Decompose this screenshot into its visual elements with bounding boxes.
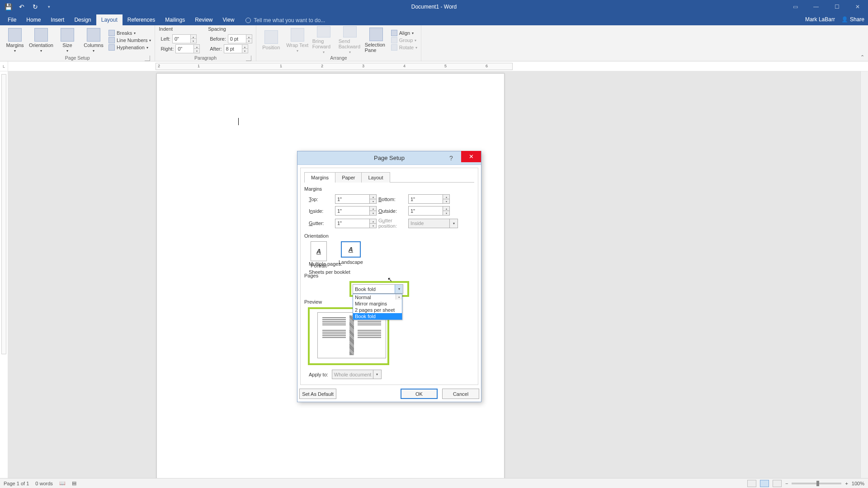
multiple-pages-highlight: Book fold ▾ ▴ Normal Mirror margins 2 pa… (349, 281, 409, 297)
user-name[interactable]: Mark LaBarr (805, 16, 835, 23)
undo-icon[interactable]: ↶ (18, 3, 25, 10)
option-2-pages-per-sheet[interactable]: 2 pages per sheet (353, 307, 402, 313)
indent-right[interactable]: Right:0"▴▾ (159, 44, 200, 53)
tab-view[interactable]: View (218, 14, 240, 25)
tab-review[interactable]: Review (190, 14, 217, 25)
collapse-ribbon-icon[interactable]: ⌃ (860, 54, 864, 60)
columns-button[interactable]: Columns▾ (82, 26, 105, 54)
option-normal[interactable]: Normal (353, 294, 402, 300)
dialog-tabs: Margins Paper Layout (304, 172, 474, 183)
tell-me-search[interactable]: Tell me what you want to do... (243, 17, 328, 25)
vertical-scrollbar[interactable] (860, 71, 868, 478)
dropdown-scroll-up-icon[interactable]: ▴ (396, 294, 402, 300)
send-backward-button: Send Backward▾ (339, 26, 361, 54)
tab-home[interactable]: Home (21, 14, 46, 25)
zoom-out-icon[interactable]: − (785, 481, 788, 486)
share-button[interactable]: 👤 Share (841, 16, 864, 23)
paragraph-launcher-icon[interactable] (246, 56, 251, 61)
dialog-tab-layout[interactable]: Layout (361, 172, 390, 183)
ribbon-tabs: File Home Insert Design Layout Reference… (0, 14, 868, 25)
dialog-tab-margins[interactable]: Margins (304, 172, 335, 183)
landscape-icon: A (349, 246, 353, 253)
margins-button[interactable]: Margins▾ (4, 26, 26, 54)
align-button[interactable]: Align▾ (391, 30, 417, 36)
save-icon[interactable]: 💾 (5, 3, 12, 10)
document-title: Document1 - Word (411, 4, 457, 10)
line-numbers-button[interactable]: Line Numbers▾ (108, 37, 151, 43)
zoom-level[interactable]: 100% (852, 481, 864, 486)
hyphenation-button[interactable]: Hyphenation▾ (108, 44, 151, 51)
tab-design[interactable]: Design (69, 14, 96, 25)
dialog-title-bar[interactable]: Page Setup ? ✕ (297, 151, 481, 165)
input-gutter[interactable]: 1"▴▾ (335, 219, 377, 228)
zoom-slider[interactable] (792, 483, 841, 484)
spell-check-icon[interactable]: 📖 (59, 480, 66, 486)
page-setup-launcher-icon[interactable] (145, 56, 150, 61)
label-apply-to: Apply to: (309, 372, 328, 377)
indent-left[interactable]: Left:0"▴▾ (159, 34, 200, 43)
margins-section: Margins (304, 186, 474, 192)
text-cursor (238, 118, 239, 125)
qat-dropdown-icon[interactable]: ▾ (45, 3, 52, 10)
wrap-text-icon (291, 28, 304, 42)
input-bottom[interactable]: 1"▴▾ (408, 194, 450, 204)
ok-button[interactable]: OK (401, 389, 438, 399)
group-label-page-setup: Page Setup (65, 55, 90, 61)
web-layout-icon[interactable] (773, 480, 782, 487)
margins-icon (8, 28, 22, 42)
multiple-pages-dropdown: ▴ Normal Mirror margins 2 pages per shee… (353, 294, 402, 320)
dialog-help-icon[interactable]: ? (442, 151, 460, 165)
orientation-button[interactable]: Orientation▾ (30, 26, 52, 54)
dialog-tab-paper[interactable]: Paper (335, 172, 362, 183)
size-button[interactable]: Size▾ (56, 26, 79, 54)
title-bar: 💾 ↶ ↻ ▾ Document1 - Word ▭ — ☐ ✕ (0, 0, 868, 14)
status-page[interactable]: Page 1 of 1 (4, 481, 29, 486)
spacing-after[interactable]: After:8 pt▴▾ (208, 44, 252, 53)
chevron-down-icon[interactable]: ▾ (395, 285, 403, 293)
label-gutter: Gutter: (309, 221, 335, 226)
option-mirror-margins[interactable]: Mirror margins (353, 300, 402, 307)
spacing-before[interactable]: Before:0 pt▴▾ (208, 34, 252, 43)
status-words[interactable]: 0 words (35, 481, 53, 486)
macro-icon[interactable]: ▤ (72, 480, 76, 486)
line-numbers-icon (108, 37, 115, 43)
vertical-ruler[interactable] (0, 71, 8, 478)
dialog-close-icon[interactable]: ✕ (461, 151, 481, 162)
label-bottom: Bottom: (378, 197, 408, 202)
breaks-button[interactable]: Breaks▾ (108, 30, 151, 36)
input-outside[interactable]: 1"▴▾ (408, 206, 450, 216)
maximize-icon[interactable]: ☐ (826, 0, 847, 14)
tab-selector[interactable]: L (0, 61, 8, 71)
tab-references[interactable]: References (123, 14, 160, 25)
minimize-icon[interactable]: — (806, 0, 826, 14)
tab-insert[interactable]: Insert (46, 14, 69, 25)
option-book-fold[interactable]: Book fold (353, 313, 402, 319)
label-sheets-per-booklet: Sheets per booklet (309, 269, 350, 275)
group-button: Group▾ (391, 37, 417, 43)
redo-icon[interactable]: ↻ (32, 3, 39, 10)
input-inside[interactable]: 1"▴▾ (335, 206, 377, 216)
tab-file[interactable]: File (3, 14, 21, 25)
horizontal-ruler[interactable]: 2 1 1 2 3 4 5 6 (8, 61, 868, 71)
label-inside: Inside: (309, 208, 335, 214)
label-outside: Outside: (378, 208, 408, 214)
input-top[interactable]: 1"▴▾ (335, 194, 377, 204)
label-multiple-pages: Multiple pages: (309, 261, 351, 267)
position-button: Position (260, 26, 283, 54)
cancel-button[interactable]: Cancel (442, 389, 479, 399)
dialog-title: Page Setup (374, 155, 405, 161)
set-as-default-button[interactable]: Set As Default (299, 389, 336, 399)
horizontal-ruler-row: L 2 1 1 2 3 4 5 6 (0, 61, 868, 71)
close-icon[interactable]: ✕ (847, 0, 868, 14)
read-mode-icon[interactable] (747, 480, 756, 487)
apply-to-combo[interactable]: Whole document▾ (332, 370, 382, 379)
selection-pane-button[interactable]: Selection Pane (365, 26, 387, 54)
tab-layout[interactable]: Layout (96, 14, 123, 25)
ribbon-display-options-icon[interactable]: ▭ (785, 0, 806, 14)
print-layout-icon[interactable] (760, 480, 769, 487)
zoom-in-icon[interactable]: + (845, 481, 848, 486)
wrap-text-button: Wrap Text▾ (286, 26, 309, 54)
input-gutter-position: Inside▾ (408, 219, 458, 228)
multiple-pages-combo[interactable]: Book fold ▾ (353, 284, 403, 294)
tab-mailings[interactable]: Mailings (160, 14, 190, 25)
